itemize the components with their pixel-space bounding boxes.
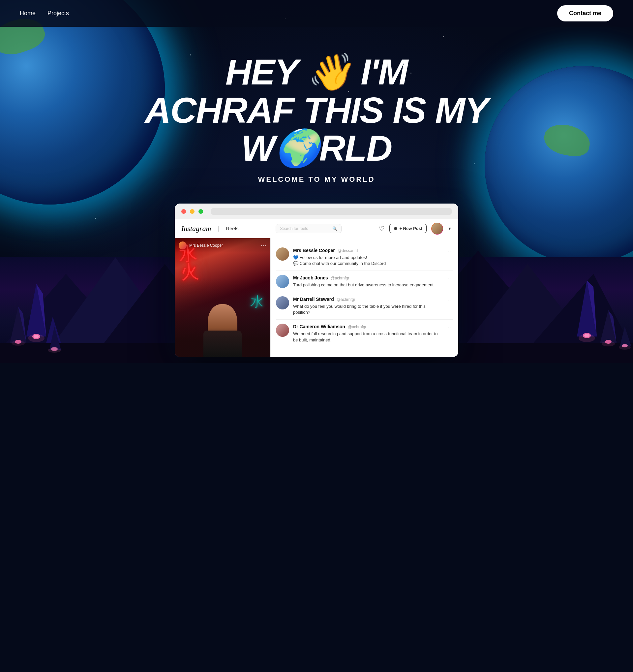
reel-more-icon[interactable]: ⋯ <box>260 242 267 249</box>
comment-body-0: Mrs Bessie Cooper @dessantd 💙 Follow us … <box>293 247 443 267</box>
comment-name-3: Dr Cameron Williamson <box>293 324 345 329</box>
browser-window: Instagram | Reels Search for reels 🔍 ♡ ⊕… <box>175 203 458 357</box>
comment-more-icon-1[interactable]: ⋯ <box>447 275 453 288</box>
ig-heart-icon[interactable]: ♡ <box>379 225 385 233</box>
ig-tab-reels[interactable]: Reels <box>226 226 238 231</box>
contact-button[interactable]: Contact me <box>557 5 613 21</box>
navbar: Home Projects Contact me <box>0 0 633 27</box>
ig-search-box[interactable]: Search for reels 🔍 <box>276 224 341 233</box>
search-icon: 🔍 <box>332 226 337 231</box>
new-post-icon: ⊕ <box>394 226 397 231</box>
browser-bar <box>175 203 458 219</box>
window-close-dot <box>181 209 186 214</box>
window-maximize-dot <box>199 209 203 214</box>
ig-user-avatar[interactable] <box>431 223 443 235</box>
hero-title: HEY 👋 I'M ACHRAF THIS IS MY W🌍RLD <box>145 53 488 167</box>
browser-mockup: Instagram | Reels Search for reels 🔍 ♡ ⊕… <box>175 203 458 357</box>
comment-handle-2: @achrnfgr <box>337 297 355 302</box>
comment-item-2: Mr Darrell Steward @achrnfgr What do you… <box>276 292 453 320</box>
nav-links: Home Projects <box>20 10 69 17</box>
hero-title-line2: ACHRAF THIS IS MY <box>145 90 488 130</box>
comment-more-icon-3[interactable]: ⋯ <box>447 323 453 343</box>
hero-title-line1: HEY 👋 I'M <box>226 51 408 92</box>
comment-more-icon-0[interactable]: ⋯ <box>447 247 453 267</box>
reel-avatar <box>179 241 186 249</box>
ig-new-post-button[interactable]: ⊕ + New Post <box>389 224 427 233</box>
ig-reel-image: 水火 水 Mrs Bessie Cooper ⋯ <box>175 238 270 357</box>
comment-body-1: Mr Jacob Jones @achrnfgr Turd polishing … <box>293 275 443 288</box>
ig-tab-divider: | <box>218 225 219 232</box>
crystal-glow <box>11 340 25 346</box>
comment-avatar-0 <box>276 247 289 261</box>
nav-home[interactable]: Home <box>20 10 35 17</box>
comment-body-2: Mr Darrell Steward @achrnfgr What do you… <box>293 296 443 315</box>
crystal-glow <box>619 345 631 350</box>
comment-handle-3: @achrnfgr <box>348 325 366 329</box>
comment-text-2: What do you feel you would bring to the … <box>293 304 443 315</box>
browser-url-bar <box>211 208 452 215</box>
star-dot <box>95 218 96 219</box>
new-post-label: + New Post <box>399 226 422 231</box>
reel-top-bar: Mrs Bessie Cooper ⋯ <box>175 238 270 253</box>
crystal-glow <box>28 334 45 342</box>
comment-handle-0: @dessantd <box>337 248 358 253</box>
ig-reel-panel: 水火 水 Mrs Bessie Cooper ⋯ <box>175 238 270 357</box>
comment-name-0: Mrs Bessie Cooper <box>293 248 335 253</box>
hero-content: HEY 👋 I'M ACHRAF THIS IS MY W🌍RLD WELCOM… <box>145 53 488 184</box>
nav-projects[interactable]: Projects <box>48 10 69 17</box>
ig-chevron-down-icon[interactable]: ▼ <box>448 226 452 231</box>
ig-logo: Instagram <box>181 224 211 233</box>
comment-name-2: Mr Darrell Steward <box>293 296 334 302</box>
comment-more-icon-2[interactable]: ⋯ <box>447 296 453 315</box>
crystal-glow <box>602 341 615 346</box>
search-placeholder-text: Search for reels <box>280 226 308 231</box>
reel-person-jacket <box>203 331 242 357</box>
comment-body-3: Dr Cameron Williamson @achrnfgr We need … <box>293 323 443 343</box>
ig-comments-panel: Mrs Bessie Cooper @dessantd 💙 Follow us … <box>270 238 458 357</box>
comment-text-1: Turd polishing cc me on that but drive a… <box>293 282 443 288</box>
comment-text-0: 💙 Follow us for more art and updates!💬 C… <box>293 255 443 267</box>
crystal-glow <box>48 348 61 353</box>
ig-header: Instagram | Reels Search for reels 🔍 ♡ ⊕… <box>175 219 458 238</box>
hero-title-line3: W🌍RLD <box>241 128 392 168</box>
comment-avatar-2 <box>276 296 289 309</box>
reel-username: Mrs Bessie Cooper <box>189 243 223 248</box>
comment-item-1: Mr Jacob Jones @achrnfgr Turd polishing … <box>276 271 453 292</box>
comment-item-3: Dr Cameron Williamson @achrnfgr We need … <box>276 320 453 347</box>
comment-item-0: Mrs Bessie Cooper @dessantd 💙 Follow us … <box>276 243 453 271</box>
ig-avatar-image <box>432 223 443 234</box>
comment-handle-1: @achrnfgr <box>331 276 349 281</box>
hero-section: HEY 👋 I'M ACHRAF THIS IS MY W🌍RLD WELCOM… <box>0 0 633 363</box>
comment-text-3: We need full resourcing and support from… <box>293 331 443 343</box>
ig-action-bar: ♡ ⊕ + New Post ▼ <box>379 223 452 235</box>
comment-name-1: Mr Jacob Jones <box>293 275 328 281</box>
hero-subtitle: WELCOME TO MY WORLD <box>145 175 488 184</box>
star-dot <box>443 36 444 37</box>
comment-avatar-1 <box>276 275 289 288</box>
comment-avatar-3 <box>276 323 289 337</box>
window-minimize-dot <box>190 209 195 214</box>
crystal-glow <box>579 334 595 342</box>
ig-body: 水火 水 Mrs Bessie Cooper ⋯ <box>175 238 458 357</box>
